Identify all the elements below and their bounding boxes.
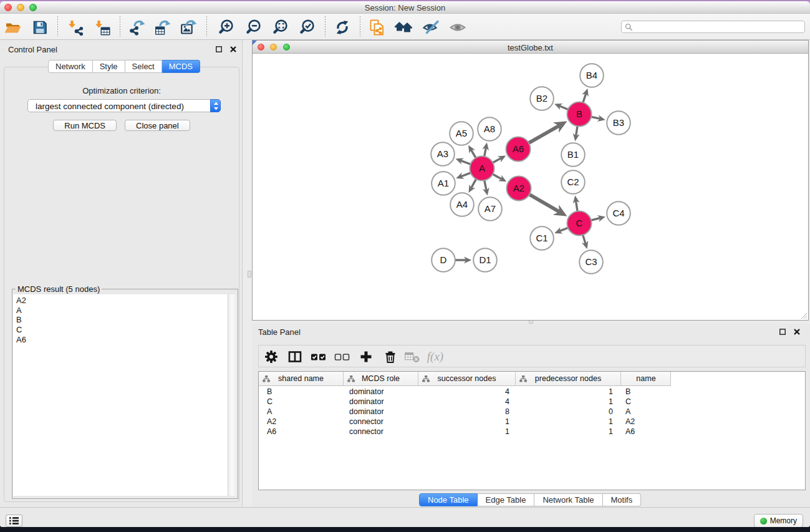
column-header-predecessor-nodes[interactable]: predecessor nodes [515,372,620,386]
graph-edge[interactable] [528,194,559,212]
tab-motifs[interactable]: Motifs [603,493,642,506]
mcds-result-item[interactable]: A [16,306,26,316]
tab-style[interactable]: Style [93,60,125,73]
tab-network[interactable]: Network [48,60,93,73]
home-icon[interactable] [394,18,413,37]
delete-row-icon[interactable] [382,348,399,365]
mcds-result-item[interactable]: A2 [16,296,26,306]
table-cell[interactable]: dominator [349,387,384,396]
close-panel-button[interactable]: Close panel [125,120,190,131]
mcds-result-scrollbar[interactable] [228,294,237,496]
table-cell[interactable]: connector [349,417,383,426]
mcds-result-item[interactable]: A6 [16,335,26,345]
search-input[interactable] [634,22,801,32]
graph-node-C3[interactable]: C3 [579,250,603,274]
column-header-name[interactable]: name [620,372,671,386]
graph-node-B3[interactable]: B3 [607,111,630,135]
tab-edge-table[interactable]: Edge Table [478,493,535,506]
zoom-selected-icon[interactable] [298,18,317,37]
vertical-splitter-handle[interactable] [248,271,251,278]
table-cell[interactable]: A6 [625,427,635,436]
table-cell[interactable]: 1 [418,427,509,436]
mcds-result-item[interactable]: C [16,325,26,335]
tab-select[interactable]: Select [125,60,162,73]
float-icon[interactable] [215,46,223,53]
zoom-in-icon[interactable] [217,18,236,37]
tab-node-table[interactable]: Node Table [419,493,478,506]
table-row-C[interactable]: Cdominator41C [259,397,805,407]
table-cell[interactable]: 1 [418,417,509,426]
clone-network-icon[interactable] [367,18,386,37]
table-row-A2[interactable]: A2connector11A2 [259,417,805,427]
column-header-MCDS-role[interactable]: MCDS role [343,372,418,386]
table-cell[interactable]: 1 [515,427,613,436]
export-table-icon[interactable] [153,18,171,37]
table-cell[interactable]: A2 [625,417,635,426]
mcds-result-item[interactable]: B [16,315,26,325]
column-header-successor-nodes[interactable]: successor nodes [418,372,515,386]
close-icon[interactable] [229,46,238,53]
graph-node-A1[interactable]: A1 [432,172,455,195]
criterion-dropdown[interactable]: largest connected component (directed) [27,99,221,112]
table-cell[interactable]: A2 [267,417,276,426]
table-cell[interactable]: C [625,397,631,406]
select-all-icon[interactable] [310,348,327,365]
table-cell[interactable]: 4 [418,387,509,396]
table-cell[interactable]: connector [349,427,383,436]
graph-node-A6[interactable]: A6 [506,137,531,162]
graph-node-C4[interactable]: C4 [607,201,630,225]
graph-node-A7[interactable]: A7 [478,197,502,221]
network-canvas[interactable]: AA1A3A5A8A4A7A6A2BB2B4B3B1C2CC4C1C3DD1 [253,54,808,320]
vertical-splitter[interactable] [243,40,252,507]
table-cell[interactable]: B [267,387,272,396]
tab-mcds[interactable]: MCDS [162,60,200,73]
graph-node-A3[interactable]: A3 [431,142,455,166]
table-cell[interactable]: 1 [515,397,613,406]
graph-node-D[interactable]: D [432,248,455,272]
table-cell[interactable]: B [625,387,630,396]
table-cell[interactable]: dominator [349,407,384,416]
add-row-icon[interactable] [357,348,375,365]
deselect-all-icon[interactable] [334,348,351,365]
window-resize-grip[interactable] [800,312,808,319]
table-cell[interactable]: 1 [515,417,613,426]
zoom-out-icon[interactable] [244,18,263,37]
zoom-fit-icon[interactable] [271,18,290,37]
table-row-B[interactable]: Bdominator41B [259,387,805,397]
graph-node-D1[interactable]: D1 [473,248,497,272]
graph-node-A8[interactable]: A8 [478,117,501,141]
table-row-A[interactable]: Adominator80A [259,407,805,417]
run-mcds-button[interactable]: Run MCDS [53,120,117,131]
tab-network-table[interactable]: Network Table [534,493,602,506]
import-network-icon[interactable] [66,18,85,37]
table-cell[interactable]: 4 [418,397,509,406]
graph-node-B1[interactable]: B1 [561,143,585,167]
split-columns-icon[interactable] [286,348,304,365]
graph-node-C[interactable]: C [567,211,592,236]
mcds-result-list[interactable]: A2ABCA6 [13,294,237,496]
memory-button[interactable]: Memory [754,514,803,527]
open-session-icon[interactable] [4,18,22,37]
table-cell[interactable]: A6 [267,427,276,436]
table-cell[interactable]: A [267,407,272,416]
graph-node-C2[interactable]: C2 [561,170,585,194]
hide-panel-icon[interactable] [422,18,440,37]
ui-settings-button[interactable] [6,515,22,527]
graph-node-C1[interactable]: C1 [530,226,554,250]
graph-node-B4[interactable]: B4 [580,64,604,87]
table-cell[interactable]: 8 [418,407,509,416]
export-image-icon[interactable] [179,18,198,37]
table-cell[interactable]: A [625,407,630,416]
graph-node-A5[interactable]: A5 [450,122,473,145]
graph-node-A4[interactable]: A4 [450,193,474,216]
table-cell[interactable]: C [267,397,272,406]
close-icon[interactable] [793,328,801,336]
table-cell[interactable]: 0 [515,407,613,416]
float-icon[interactable] [779,328,787,336]
graph-edge[interactable] [528,125,559,143]
import-table-icon[interactable] [93,18,112,37]
graph-node-A[interactable]: A [470,157,494,181]
column-header-shared-name[interactable]: shared name [259,372,343,386]
graph-node-B[interactable]: B [567,102,592,127]
graph-node-B2[interactable]: B2 [530,87,554,110]
